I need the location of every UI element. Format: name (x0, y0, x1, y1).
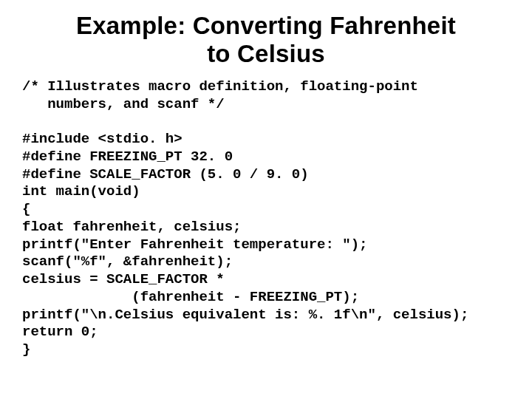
title-line-1: Example: Converting Fahrenheit (76, 12, 456, 39)
slide: Example: Converting Fahrenheit to Celsiu… (0, 0, 532, 374)
code-block: /* Illustrates macro definition, floatin… (22, 78, 510, 359)
slide-title: Example: Converting Fahrenheit to Celsiu… (22, 12, 510, 68)
title-line-2: to Celsius (207, 40, 325, 67)
